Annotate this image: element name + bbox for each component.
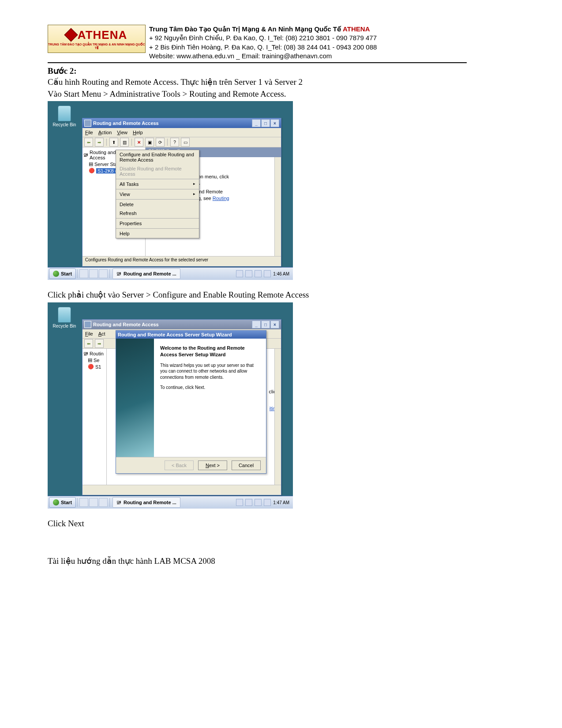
minimize-button[interactable]: _ xyxy=(252,119,261,127)
show-hide-button[interactable]: ▥ xyxy=(120,138,129,147)
tray-icon-4[interactable] xyxy=(264,499,271,506)
maximize-button[interactable]: □ xyxy=(261,119,270,127)
ql-item-2[interactable] xyxy=(89,498,98,507)
toolbar: ⬅ ➡ ⬆ ▥ ✕ ▣ ⟳ ? ▭ xyxy=(82,137,281,147)
document-header: ATHENA TRUNG TÂM ĐÀO TẠO QUẢN TRỊ MẠNG &… xyxy=(48,25,467,63)
header-brand: ATHENA xyxy=(343,25,370,33)
recycle-bin[interactable]: Recycle Bin xyxy=(51,307,78,328)
start-orb-icon xyxy=(53,499,59,505)
step-p2: Vào Start Menu > Administrative Tools > … xyxy=(48,89,467,100)
up-button[interactable]: ⬆ xyxy=(109,138,118,147)
app-icon xyxy=(84,321,91,328)
back-button[interactable]: ⬅ xyxy=(84,339,93,348)
delete-button[interactable]: ✕ xyxy=(135,138,143,147)
forward-button[interactable]: ➡ xyxy=(95,138,104,147)
title-bar[interactable]: Routing and Remote Access _ □ × xyxy=(82,118,281,128)
system-tray: 1:46 AM xyxy=(232,270,293,277)
maximize-button[interactable]: □ xyxy=(261,321,270,328)
tree-root[interactable]: 🖳 Routin xyxy=(83,351,105,357)
header-addr2: + 2 Bis Đinh Tiên Hoàng, P. Đa Kao, Q. I… xyxy=(149,43,377,52)
setup-wizard: Routing and Remote Access Server Setup W… xyxy=(116,330,266,474)
tray-icon-2[interactable] xyxy=(245,499,252,506)
refresh-button[interactable]: ⟳ xyxy=(156,138,165,147)
task-label: Routing and Remote ... xyxy=(124,500,176,505)
menu-action[interactable]: Act xyxy=(98,331,105,336)
ql-item-2[interactable] xyxy=(89,269,98,278)
ctx-refresh[interactable]: Refresh xyxy=(116,209,199,218)
window-title: Routing and Remote Access xyxy=(93,322,159,327)
minimize-button[interactable]: _ xyxy=(252,321,261,328)
cancel-button[interactable]: Cancel xyxy=(232,460,261,470)
tree-se[interactable]: ▤ Se xyxy=(83,357,105,363)
ctx-help[interactable]: Help xyxy=(116,229,199,238)
close-button[interactable]: × xyxy=(270,321,279,328)
step-p1: Cấu hình Routing and Remote Access. Thực… xyxy=(48,77,467,88)
clock: 1:47 AM xyxy=(273,500,289,505)
recycle-bin-icon xyxy=(58,307,71,323)
logo-tagline: TRUNG TÂM ĐÀO TẠO QUẢN TRỊ MẠNG & AN NIN… xyxy=(48,43,145,50)
help-button[interactable]: ? xyxy=(170,138,179,147)
status-bar: Configures Routing and Remote Access for… xyxy=(82,256,281,266)
back-button[interactable]: ⬅ xyxy=(84,138,93,147)
menu-action[interactable]: Action xyxy=(98,130,112,135)
extra-button[interactable]: ▭ xyxy=(181,138,190,147)
tray-icon-3[interactable] xyxy=(255,499,262,506)
tree-pane: 🖳 Routin ▤ Se 🔴 S1 xyxy=(82,349,107,485)
ctx-all-tasks[interactable]: All Tasks xyxy=(116,180,199,189)
start-button[interactable]: Start xyxy=(49,268,76,279)
menu-bar: File Action View Help xyxy=(82,128,281,137)
taskbar-task-rras[interactable]: 🖳 Routing and Remote ... xyxy=(112,497,180,508)
properties-button[interactable]: ▣ xyxy=(145,138,154,147)
menu-help[interactable]: Help xyxy=(133,130,143,135)
ql-item-1[interactable] xyxy=(79,498,88,507)
window-title: Routing and Remote Access xyxy=(93,121,159,126)
step-heading: Bước 2: xyxy=(48,66,467,76)
ctx-disable: Disable Routing and Remote Access xyxy=(116,164,199,178)
wizard-banner xyxy=(116,339,154,457)
ql-item-3[interactable] xyxy=(99,269,108,278)
start-label: Start xyxy=(61,271,72,276)
ctx-delete[interactable]: Delete xyxy=(116,200,199,209)
screenshot-1: Recycle Bin Routing and Remote Access _ … xyxy=(48,101,293,280)
start-label: Start xyxy=(61,500,72,505)
next-button[interactable]: Next > xyxy=(198,460,227,470)
recycle-bin-label: Recycle Bin xyxy=(53,324,76,328)
recycle-bin[interactable]: Recycle Bin xyxy=(51,106,78,127)
status-bar xyxy=(82,485,281,495)
menu-file[interactable]: File xyxy=(85,130,93,135)
menu-file[interactable]: File xyxy=(85,331,93,336)
ql-item-1[interactable] xyxy=(79,269,88,278)
tray-icon-3[interactable] xyxy=(255,270,262,277)
wizard-h2: Access Server Setup Wizard xyxy=(160,352,225,357)
start-button[interactable]: Start xyxy=(49,497,76,508)
scrollbar[interactable] xyxy=(274,349,281,485)
footer-text: Tài liệu hướng dẫn thực hành LAB MCSA 20… xyxy=(48,556,467,566)
scrollbar[interactable] xyxy=(274,157,281,256)
system-tray: 1:47 AM xyxy=(232,499,293,506)
ctx-properties[interactable]: Properties xyxy=(116,219,199,228)
recycle-bin-icon xyxy=(58,106,71,121)
forward-button[interactable]: ➡ xyxy=(95,339,104,348)
ql-item-3[interactable] xyxy=(99,498,108,507)
ctx-view[interactable]: View xyxy=(116,190,199,199)
screenshot-2: Recycle Bin Routing and Remote Access _ … xyxy=(48,302,293,509)
close-button[interactable]: × xyxy=(270,119,279,127)
tray-icon-2[interactable] xyxy=(245,270,252,277)
taskbar: Start 🖳 Routing and Remote ... 1:47 AM xyxy=(48,496,293,509)
logo-diamond-icon xyxy=(64,28,78,41)
menu-view[interactable]: View xyxy=(117,130,127,135)
wizard-content: Welcome to the Routing and Remote Access… xyxy=(154,339,266,457)
title-bar[interactable]: Routing and Remote Access _ □ × xyxy=(82,320,281,329)
wizard-titlebar[interactable]: Routing and Remote Access Server Setup W… xyxy=(116,331,266,339)
taskbar-task-rras[interactable]: 🖳 Routing and Remote ... xyxy=(112,268,180,279)
tray-icon-1[interactable] xyxy=(236,270,243,277)
tray-icon-4[interactable] xyxy=(264,270,271,277)
routing-link[interactable]: Routing xyxy=(213,196,229,201)
wizard-p1: This wizard helps you set up your server… xyxy=(160,362,260,381)
context-menu: Configure and Enable Routing and Remote … xyxy=(116,150,199,238)
tray-icon-1[interactable] xyxy=(236,499,243,506)
back-button: < Back xyxy=(165,460,194,470)
ctx-configure[interactable]: Configure and Enable Routing and Remote … xyxy=(116,150,199,164)
header-web: Website: www.athena.edu.vn _ Email: trai… xyxy=(149,52,377,60)
tree-s1[interactable]: 🔴 S1 xyxy=(83,363,105,370)
